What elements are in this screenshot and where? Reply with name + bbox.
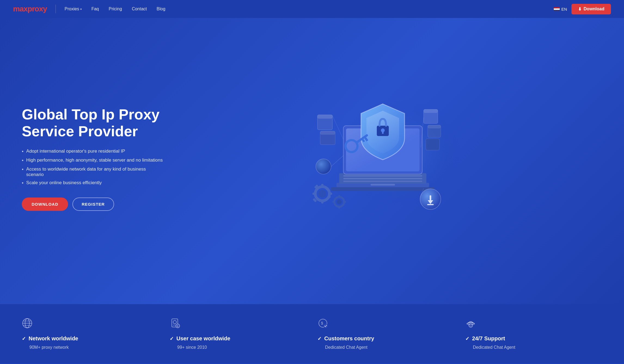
svg-rect-32 xyxy=(313,193,316,195)
check-icon-2: ✓ xyxy=(170,336,174,342)
language-selector[interactable]: EN xyxy=(554,7,567,11)
download-arrow-icon: ⬇ xyxy=(578,7,582,12)
svg-rect-39 xyxy=(338,195,340,198)
svg-rect-44 xyxy=(430,195,431,200)
svg-point-38 xyxy=(337,199,342,204)
stat-support-title-row: ✓ 24/7 Support xyxy=(465,335,505,342)
stat-network-title-row: ✓ Network worldwide xyxy=(22,335,78,342)
stat-network-desc: 90M+ proxy network xyxy=(22,345,69,350)
hero-download-button[interactable]: DOWNLOAD xyxy=(22,198,68,211)
svg-rect-2 xyxy=(331,187,435,191)
check-icon-3: ✓ xyxy=(317,336,322,342)
hero-graphic xyxy=(304,93,462,224)
svg-text:$: $ xyxy=(177,325,178,328)
check-icon-4: ✓ xyxy=(465,336,469,342)
chevron-down-icon: ▾ xyxy=(80,8,82,11)
logo[interactable]: maxproxy xyxy=(13,5,56,13)
nav-contact[interactable]: Contact xyxy=(132,7,147,11)
svg-rect-19 xyxy=(317,115,332,119)
nav-blog[interactable]: Blog xyxy=(157,7,165,11)
hero-bullets: Adopt international operator's pure resi… xyxy=(22,149,163,187)
stat-support-desc: Dedicated Chat Agent xyxy=(465,345,515,350)
stat-usercase-desc: 99+ since 2010 xyxy=(170,345,207,350)
nav-proxies[interactable]: Proxies ▾ xyxy=(65,7,81,11)
stat-usercase: $ ✓ User case worldwide 99+ since 2010 xyxy=(170,318,307,350)
nav-faq[interactable]: Faq xyxy=(91,7,99,11)
svg-point-66 xyxy=(469,323,473,327)
bullet-1: Adopt international operator's pure resi… xyxy=(22,149,163,155)
bullet-4: Scale your online business efficiently xyxy=(22,180,163,186)
svg-rect-46 xyxy=(427,204,434,205)
svg-rect-13 xyxy=(382,131,384,134)
svg-point-64 xyxy=(323,324,328,328)
logo-text: ma xyxy=(13,5,23,13)
hero-register-button[interactable]: REGISTER xyxy=(72,198,114,211)
nav-download-button[interactable]: ⬇ Download xyxy=(571,4,611,14)
svg-point-28 xyxy=(319,190,326,198)
nav-pricing[interactable]: Pricing xyxy=(109,7,122,11)
usercase-icon: $ xyxy=(170,318,181,331)
bullet-3: Access to worldwide network data for any… xyxy=(22,166,163,177)
nav-proxies-label: Proxies xyxy=(65,7,79,11)
svg-rect-30 xyxy=(321,200,323,203)
stats-section: ✓ Network worldwide 90M+ proxy network $… xyxy=(0,304,624,363)
hero-title: Global Top Ip Proxy Service Provider xyxy=(22,106,163,140)
stat-customers: $ ✓ Customers country Dedicated Chat Age… xyxy=(317,318,454,350)
svg-rect-29 xyxy=(321,184,323,188)
hero-illustration xyxy=(163,90,602,226)
bullet-2: High performance, high anonymity, stable… xyxy=(22,158,163,164)
hero-buttons: DOWNLOAD REGISTER xyxy=(22,198,163,211)
stat-customers-title-row: ✓ Customers country xyxy=(317,335,374,342)
stat-customers-desc: Dedicated Chat Agent xyxy=(317,345,368,350)
logo-x: x xyxy=(23,5,27,13)
check-icon-1: ✓ xyxy=(22,336,26,342)
stat-support: ✓ 24/7 Support Dedicated Chat Agent xyxy=(465,318,602,350)
svg-point-67 xyxy=(470,325,470,325)
svg-point-68 xyxy=(471,325,472,325)
nav-download-label: Download xyxy=(584,7,604,11)
flag-icon xyxy=(554,7,560,11)
svg-rect-6 xyxy=(343,181,422,182)
stat-customers-title: Customers country xyxy=(324,335,374,342)
svg-rect-7 xyxy=(371,184,395,186)
svg-rect-5 xyxy=(343,178,422,179)
support-icon xyxy=(465,318,476,331)
svg-rect-23 xyxy=(424,109,438,113)
svg-point-47 xyxy=(316,159,331,174)
nav-links: Proxies ▾ Faq Pricing Contact Blog xyxy=(65,7,553,11)
svg-rect-42 xyxy=(332,201,335,203)
stat-network: ✓ Network worldwide 90M+ proxy network xyxy=(22,318,159,350)
svg-rect-41 xyxy=(343,201,346,203)
svg-rect-21 xyxy=(320,131,335,135)
network-icon xyxy=(22,318,33,331)
hero-content: Global Top Ip Proxy Service Provider Ado… xyxy=(22,106,163,211)
svg-text:$: $ xyxy=(321,321,323,325)
stat-usercase-title-row: ✓ User case worldwide xyxy=(170,335,230,342)
customers-icon: $ xyxy=(317,318,328,331)
svg-rect-26 xyxy=(426,139,439,150)
lang-code: EN xyxy=(561,7,567,11)
stat-support-title: 24/7 Support xyxy=(472,335,505,342)
svg-rect-40 xyxy=(338,206,340,209)
hero-section: Global Top Ip Proxy Service Provider Ado… xyxy=(0,18,624,304)
stat-usercase-title: User case worldwide xyxy=(176,335,230,342)
svg-rect-4 xyxy=(343,175,422,177)
navbar: maxproxy Proxies ▾ Faq Pricing Contact B… xyxy=(0,0,624,18)
svg-rect-25 xyxy=(428,125,441,128)
nav-right: EN ⬇ Download xyxy=(554,4,611,14)
logo-brand: proxy xyxy=(27,5,47,13)
stat-network-title: Network worldwide xyxy=(29,335,78,342)
svg-point-58 xyxy=(173,320,176,324)
svg-rect-31 xyxy=(328,193,332,195)
